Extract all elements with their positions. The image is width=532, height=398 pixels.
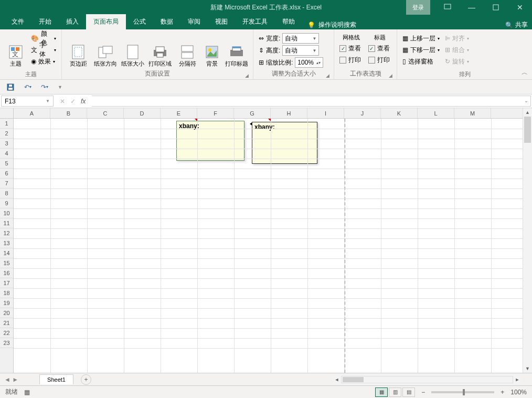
scale-input[interactable]: 100%▴▾ — [295, 57, 323, 68]
col-header-B[interactable]: B — [50, 108, 87, 118]
scroll-up-icon[interactable]: ▲ — [523, 108, 532, 117]
col-header-F[interactable]: F — [197, 108, 234, 118]
macro-record-icon[interactable]: ▦ — [24, 389, 30, 396]
row-header-3[interactable]: 3 — [0, 139, 13, 149]
row-header-10[interactable]: 10 — [0, 208, 13, 218]
col-header-E[interactable]: E — [161, 108, 197, 118]
row-header-17[interactable]: 17 — [0, 278, 13, 288]
height-select[interactable]: 自动▼ — [282, 45, 319, 56]
row-header-20[interactable]: 20 — [0, 308, 13, 318]
vertical-scrollbar[interactable]: ▲ ▼ — [523, 108, 532, 373]
worksheet-grid[interactable]: ABCDEFGHIJKLM 12345678910111213141516171… — [0, 108, 532, 373]
scale-launcher-icon[interactable]: ◢ — [326, 73, 329, 78]
print-titles-button[interactable]: 打印标题 — [224, 33, 250, 68]
row-header-21[interactable]: 21 — [0, 318, 13, 328]
row-header-2[interactable]: 2 — [0, 129, 13, 139]
tab-review[interactable]: 审阅 — [180, 14, 208, 29]
col-header-I[interactable]: I — [307, 108, 344, 118]
tab-data[interactable]: 数据 — [153, 14, 180, 29]
gridlines-print-check[interactable]: 打印 — [337, 54, 365, 66]
new-sheet-button[interactable]: + — [81, 374, 91, 385]
gridlines-view-check[interactable]: ✓查看 — [337, 43, 365, 54]
cells-area[interactable]: xbany: xbany: — [14, 119, 523, 373]
row-header-15[interactable]: 15 — [0, 258, 13, 268]
formula-input[interactable]: ⌄ — [92, 96, 531, 107]
row-header-12[interactable]: 12 — [0, 228, 13, 238]
row-header-7[interactable]: 7 — [0, 179, 13, 188]
row-header-5[interactable]: 5 — [0, 159, 13, 169]
tab-page-layout[interactable]: 页面布局 — [86, 14, 126, 29]
sheet-nav[interactable]: ◄ ► — [4, 376, 39, 383]
background-button[interactable]: 背景 — [201, 33, 222, 68]
width-select[interactable]: 自动▼ — [282, 33, 319, 44]
page-setup-launcher-icon[interactable]: ◢ — [245, 73, 249, 78]
row-header-4[interactable]: 4 — [0, 149, 13, 159]
login-button[interactable]: 登录 — [406, 0, 430, 15]
tab-insert[interactable]: 插入 — [59, 14, 86, 29]
scroll-down-icon[interactable]: ▼ — [523, 364, 532, 373]
expand-formula-bar-icon[interactable]: ⌄ — [524, 98, 528, 103]
col-header-H[interactable]: H — [271, 108, 307, 118]
sheet-tab-1[interactable]: Sheet1 — [39, 374, 73, 384]
name-box[interactable]: F13▼ — [1, 96, 54, 107]
tell-me[interactable]: 💡 操作说明搜索 — [307, 20, 356, 29]
row-header-22[interactable]: 22 — [0, 328, 13, 338]
bring-forward-button[interactable]: ▦上移一层▾ — [400, 33, 442, 44]
row-header-19[interactable]: 19 — [0, 298, 13, 308]
tab-developer[interactable]: 开发工具 — [235, 14, 275, 29]
collapse-ribbon-icon[interactable]: ︿ — [522, 68, 528, 77]
col-header-D[interactable]: D — [124, 108, 161, 118]
row-header-16[interactable]: 16 — [0, 268, 13, 278]
effects-button[interactable]: ◉效果▾ — [29, 56, 58, 67]
zoom-out-button[interactable]: − — [421, 389, 425, 396]
col-header-M[interactable]: M — [454, 108, 491, 118]
ribbon-display-options-icon[interactable] — [435, 0, 460, 15]
vscroll-thumb[interactable] — [524, 117, 531, 143]
row-header-8[interactable]: 8 — [0, 188, 13, 198]
row-header-6[interactable]: 6 — [0, 169, 13, 179]
themes-button[interactable]: 文 主题 — [3, 33, 28, 68]
row-header-18[interactable]: 18 — [0, 288, 13, 298]
align-button[interactable]: ⊫对齐▾ — [443, 33, 471, 44]
row-header-9[interactable]: 9 — [0, 198, 13, 208]
qat-customize-icon[interactable]: ▼ — [56, 83, 65, 91]
hscroll-thumb[interactable] — [343, 377, 364, 382]
scroll-right-icon[interactable]: ► — [513, 377, 522, 382]
col-header-K[interactable]: K — [381, 108, 418, 118]
orientation-button[interactable]: 纸张方向 — [92, 33, 119, 68]
row-header-13[interactable]: 13 — [0, 238, 13, 248]
zoom-level[interactable]: 100% — [510, 389, 527, 396]
tab-view[interactable]: 视图 — [208, 14, 235, 29]
page-break-view-button[interactable]: ▤ — [402, 387, 415, 397]
close-icon[interactable]: ✕ — [508, 0, 532, 15]
horizontal-scrollbar[interactable]: ◄ ► — [333, 375, 522, 384]
col-header-A[interactable]: A — [14, 108, 50, 118]
zoom-in-button[interactable]: + — [501, 389, 504, 396]
minimize-icon[interactable]: — — [460, 0, 484, 15]
send-backward-button[interactable]: ▦下移一层▾ — [400, 44, 442, 56]
row-header-14[interactable]: 14 — [0, 248, 13, 258]
fonts-button[interactable]: 文字体▾ — [29, 44, 58, 56]
scroll-left-icon[interactable]: ◄ — [333, 377, 341, 382]
zoom-slider[interactable] — [431, 391, 494, 393]
share-button[interactable]: 🔍 共享 — [505, 20, 528, 29]
col-header-L[interactable]: L — [418, 108, 454, 118]
headings-view-check[interactable]: ✓查看 — [366, 43, 394, 54]
tab-help[interactable]: 帮助 — [275, 14, 302, 29]
tab-home[interactable]: 开始 — [31, 14, 59, 29]
redo-button[interactable]: ↷ ▾ — [39, 82, 50, 92]
print-area-button[interactable]: 打印区域 — [147, 33, 173, 68]
save-button[interactable] — [4, 82, 17, 92]
col-header-J[interactable]: J — [344, 108, 381, 118]
size-button[interactable]: 纸张大小 — [120, 33, 146, 68]
breaks-button[interactable]: 分隔符 — [174, 33, 200, 68]
maximize-icon[interactable] — [484, 0, 508, 15]
col-header-G[interactable]: G — [234, 108, 271, 118]
sheet-opts-launcher-icon[interactable]: ◢ — [389, 73, 392, 78]
row-header-1[interactable]: 1 — [0, 119, 13, 129]
row-header-11[interactable]: 11 — [0, 218, 13, 228]
selection-pane-button[interactable]: ▯选择窗格 — [400, 56, 442, 67]
margins-button[interactable]: 页边距 — [65, 33, 91, 68]
enter-formula-icon[interactable]: ✓ — [70, 98, 76, 105]
select-all-corner[interactable] — [0, 108, 14, 119]
